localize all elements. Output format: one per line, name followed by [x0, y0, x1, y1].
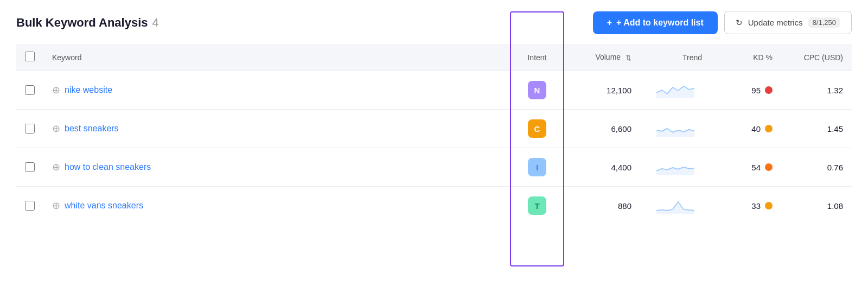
- keyword-link-2[interactable]: ⊕ how to clean sneakers: [52, 162, 496, 172]
- keyword-column-header: Keyword: [43, 44, 505, 71]
- kd-dot-2: [765, 163, 773, 171]
- intent-badge-1: C: [528, 119, 546, 138]
- kd-cell-2: 54: [711, 148, 781, 187]
- cpc-value-3: 1.08: [827, 201, 843, 211]
- keyword-text-2: how to clean sneakers: [65, 162, 151, 172]
- volume-value-0: 12,100: [607, 86, 631, 95]
- row-checkbox-cell-0[interactable]: [16, 71, 43, 110]
- select-all-header[interactable]: [16, 44, 43, 71]
- update-metrics-badge: 8/1,250: [808, 17, 840, 28]
- add-row-icon-3[interactable]: ⊕: [52, 201, 60, 211]
- trend-column-header: Trend: [640, 44, 711, 71]
- kd-cell-0: 95: [711, 71, 781, 110]
- update-metrics-button[interactable]: ↻ Update metrics 8/1,250: [724, 11, 852, 34]
- keyword-link-3[interactable]: ⊕ white vans sneakers: [52, 201, 496, 211]
- cpc-cell-2: 0.76: [781, 148, 852, 187]
- plus-icon: +: [607, 18, 612, 28]
- svg-marker-1: [656, 129, 694, 137]
- intent-badge-3: T: [528, 196, 546, 215]
- table-row: ⊕ white vans sneakers T 880 33: [16, 187, 852, 225]
- keyword-table-wrapper: Keyword Intent Volume ⇅ Trend KD %: [16, 44, 852, 225]
- add-row-icon-2[interactable]: ⊕: [52, 162, 60, 172]
- keyword-text-0: nike website: [65, 85, 112, 95]
- trend-cell-3: [640, 187, 711, 225]
- select-all-checkbox[interactable]: [25, 52, 35, 61]
- keyword-cell-0: ⊕ nike website: [43, 71, 505, 110]
- volume-column-header[interactable]: Volume ⇅: [570, 44, 640, 71]
- title-text: Bulk Keyword Analysis: [16, 16, 148, 30]
- cpc-value-1: 1.45: [827, 124, 843, 134]
- table-row: ⊕ how to clean sneakers I 4,400 54: [16, 148, 852, 187]
- keyword-text-1: best sneakers: [65, 124, 119, 134]
- kd-value-3: 33: [751, 201, 761, 211]
- add-row-icon-0[interactable]: ⊕: [52, 85, 60, 95]
- svg-marker-3: [656, 202, 694, 214]
- row-checkbox-2[interactable]: [25, 162, 35, 172]
- volume-cell-2: 4,400: [570, 148, 640, 187]
- keyword-cell-1: ⊕ best sneakers: [43, 110, 505, 148]
- intent-cell-2: I: [505, 148, 570, 187]
- row-checkbox-3[interactable]: [25, 201, 35, 211]
- volume-value-1: 6,600: [611, 124, 631, 134]
- page-header: Bulk Keyword Analysis 4 + + Add to keywo…: [16, 11, 852, 34]
- row-checkbox-cell-1[interactable]: [16, 110, 43, 148]
- volume-value-2: 4,400: [611, 163, 631, 172]
- row-checkbox-0[interactable]: [25, 85, 35, 95]
- kd-dot-0: [765, 86, 773, 94]
- page-title: Bulk Keyword Analysis 4: [16, 16, 159, 30]
- volume-cell-1: 6,600: [570, 110, 640, 148]
- volume-value-3: 880: [618, 201, 631, 211]
- cpc-cell-3: 1.08: [781, 187, 852, 225]
- intent-cell-0: N: [505, 71, 570, 110]
- intent-badge-0: N: [528, 81, 546, 99]
- keyword-cell-2: ⊕ how to clean sneakers: [43, 148, 505, 187]
- table-row: ⊕ nike website N 12,100 95: [16, 71, 852, 110]
- intent-cell-3: T: [505, 187, 570, 225]
- intent-column-header: Intent: [505, 44, 570, 71]
- header-actions: + + Add to keyword list ↻ Update metrics…: [593, 11, 852, 34]
- row-checkbox-1[interactable]: [25, 124, 35, 134]
- refresh-icon: ↻: [736, 18, 743, 28]
- add-button-label: + Add to keyword list: [616, 18, 704, 28]
- volume-sort-icon[interactable]: ⇅: [626, 54, 631, 62]
- keyword-link-0[interactable]: ⊕ nike website: [52, 85, 496, 95]
- kd-cell-1: 40: [711, 110, 781, 148]
- keyword-count: 4: [152, 16, 158, 30]
- keyword-cell-3: ⊕ white vans sneakers: [43, 187, 505, 225]
- trend-cell-0: [640, 71, 711, 110]
- cpc-column-header: CPC (USD): [781, 44, 852, 71]
- kd-value-1: 40: [751, 124, 761, 134]
- add-to-keyword-list-button[interactable]: + + Add to keyword list: [593, 11, 718, 34]
- kd-dot-3: [765, 202, 773, 209]
- kd-dot-1: [765, 125, 773, 132]
- kd-cell-3: 33: [711, 187, 781, 225]
- keyword-table: Keyword Intent Volume ⇅ Trend KD %: [16, 44, 852, 225]
- kd-value-0: 95: [751, 86, 761, 95]
- add-row-icon-1[interactable]: ⊕: [52, 124, 60, 134]
- cpc-value-2: 0.76: [827, 163, 843, 172]
- kd-column-header: KD %: [711, 44, 781, 71]
- table-row: ⊕ best sneakers C 6,600 40: [16, 110, 852, 148]
- trend-cell-2: [640, 148, 711, 187]
- volume-cell-0: 12,100: [570, 71, 640, 110]
- kd-value-2: 54: [751, 163, 761, 172]
- intent-badge-2: I: [528, 158, 546, 176]
- cpc-cell-0: 1.32: [781, 71, 852, 110]
- update-button-label: Update metrics: [748, 18, 803, 27]
- trend-cell-1: [640, 110, 711, 148]
- cpc-cell-1: 1.45: [781, 110, 852, 148]
- row-checkbox-cell-3[interactable]: [16, 187, 43, 225]
- cpc-value-0: 1.32: [827, 86, 843, 95]
- keyword-link-1[interactable]: ⊕ best sneakers: [52, 124, 496, 134]
- svg-marker-0: [656, 86, 694, 98]
- volume-cell-3: 880: [570, 187, 640, 225]
- row-checkbox-cell-2[interactable]: [16, 148, 43, 187]
- intent-cell-1: C: [505, 110, 570, 148]
- table-header-row: Keyword Intent Volume ⇅ Trend KD %: [16, 44, 852, 71]
- keyword-text-3: white vans sneakers: [65, 201, 143, 211]
